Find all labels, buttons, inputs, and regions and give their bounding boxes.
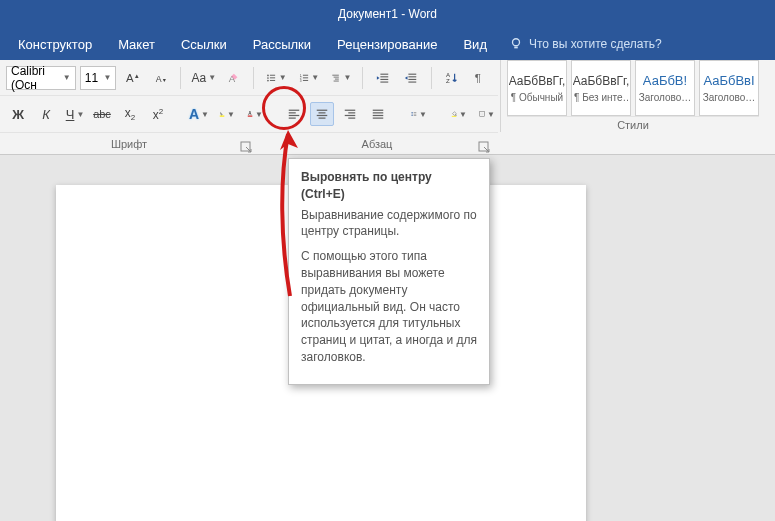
svg-rect-56: [452, 116, 457, 117]
style-heading1[interactable]: АаБбВ!Заголово…: [635, 60, 695, 116]
svg-point-6: [267, 74, 269, 76]
font-size-combo[interactable]: 11▼: [80, 66, 117, 90]
align-left-button[interactable]: [282, 102, 306, 126]
chevron-down-icon: ▼: [201, 110, 209, 119]
superscript-button[interactable]: x2: [146, 102, 170, 126]
borders-icon: [479, 106, 485, 122]
group-styles-label: Стили: [617, 119, 649, 131]
line-spacing-button[interactable]: ▼: [406, 102, 430, 126]
svg-rect-50: [373, 115, 384, 116]
underline-button[interactable]: Ч▼: [62, 102, 86, 126]
separator: [362, 67, 363, 89]
style-heading2[interactable]: АаБбВвІЗаголово…: [699, 60, 759, 116]
align-center-icon: [315, 106, 329, 122]
dialog-launcher-icon: [240, 141, 254, 155]
svg-rect-45: [348, 112, 355, 113]
style-preview: АаБбВ!: [643, 73, 687, 88]
svg-point-0: [512, 39, 519, 46]
text-effects-button[interactable]: A▼: [186, 102, 210, 126]
svg-rect-51: [373, 118, 384, 119]
clear-formatting-button[interactable]: A: [221, 66, 245, 90]
svg-rect-43: [319, 118, 326, 119]
svg-rect-20: [335, 78, 339, 79]
dialog-launcher-paragraph[interactable]: [478, 141, 492, 155]
highlight-button[interactable]: ▼: [214, 102, 238, 126]
chevron-down-icon: ▼: [343, 73, 351, 82]
font-color-button[interactable]: A▼: [242, 102, 266, 126]
tab-retsenzirovanie[interactable]: Рецензирование: [325, 31, 449, 58]
dialog-launcher-font[interactable]: [240, 141, 254, 155]
svg-text:A: A: [248, 111, 252, 116]
svg-text:▲: ▲: [134, 72, 139, 79]
chevron-down-icon: ▼: [63, 73, 71, 82]
align-center-button[interactable]: [310, 102, 334, 126]
svg-rect-39: [289, 118, 296, 119]
style-name: Заголово…: [638, 92, 692, 103]
decrease-indent-button[interactable]: [371, 66, 395, 90]
subscript-button[interactable]: x2: [118, 102, 142, 126]
style-name: ¶ Без инте…: [574, 92, 628, 103]
bold-button[interactable]: Ж: [6, 102, 30, 126]
tab-maket[interactable]: Макет: [106, 31, 167, 58]
shrink-font-button[interactable]: A▼: [148, 66, 172, 90]
indent-icon: [404, 70, 418, 86]
svg-rect-27: [409, 76, 417, 77]
lightbulb-icon: [509, 37, 523, 51]
chevron-down-icon: ▼: [76, 110, 84, 119]
font-name-combo[interactable]: Calibri (Осн▼: [6, 66, 76, 90]
chevron-down-icon: ▼: [487, 110, 495, 119]
chevron-down-icon: ▼: [419, 110, 427, 119]
svg-rect-9: [270, 77, 275, 78]
show-marks-button[interactable]: ¶: [468, 66, 492, 90]
font-size-value: 11: [85, 71, 98, 85]
svg-point-10: [267, 79, 269, 81]
align-right-button[interactable]: [338, 102, 362, 126]
svg-rect-13: [303, 74, 308, 75]
numbering-button[interactable]: 123▼: [294, 66, 322, 90]
svg-point-55: [455, 115, 456, 116]
grow-font-button[interactable]: A▲: [120, 66, 144, 90]
ribbon: Calibri (Осн▼ 11▼ A▲ A▼ Aa▼ A ▼ 123▼ ▼ A…: [0, 60, 775, 155]
change-case-button[interactable]: Aa▼: [189, 66, 216, 90]
svg-rect-47: [348, 118, 355, 119]
tab-rassylki[interactable]: Рассылки: [241, 31, 323, 58]
superscript-label: x2: [153, 107, 163, 122]
style-preview: АаБбВвГг,: [573, 74, 630, 88]
borders-button[interactable]: ▼: [474, 102, 498, 126]
shading-button[interactable]: ▼: [446, 102, 470, 126]
svg-rect-38: [289, 115, 300, 116]
strike-button[interactable]: abc: [90, 102, 114, 126]
change-case-label: Aa: [192, 71, 207, 85]
svg-rect-28: [409, 78, 417, 79]
svg-rect-46: [345, 115, 356, 116]
justify-button[interactable]: [366, 102, 390, 126]
increase-indent-button[interactable]: [399, 66, 423, 90]
italic-button[interactable]: К: [34, 102, 58, 126]
group-font: Шрифт: [0, 138, 258, 150]
tab-ssylki[interactable]: Ссылки: [169, 31, 239, 58]
sort-icon: AZ: [445, 70, 459, 86]
svg-rect-49: [373, 112, 384, 113]
tab-vid[interactable]: Вид: [451, 31, 499, 58]
underline-label: Ч: [66, 107, 75, 122]
chevron-down-icon: ▼: [208, 73, 216, 82]
svg-rect-37: [289, 112, 296, 113]
style-normal[interactable]: АаБбВвГг,¶ Обычный: [507, 60, 567, 116]
align-left-icon: [287, 106, 301, 122]
multilevel-list-button[interactable]: ▼: [326, 66, 354, 90]
svg-rect-35: [248, 116, 253, 117]
bullets-button[interactable]: ▼: [261, 66, 289, 90]
font-color-icon: A: [247, 106, 253, 122]
svg-point-8: [267, 77, 269, 79]
svg-rect-36: [289, 110, 300, 111]
line-spacing-icon: [411, 106, 417, 122]
group-paragraph: Абзац: [258, 138, 496, 150]
tell-me[interactable]: Что вы хотите сделать?: [509, 37, 662, 51]
font-name-value: Calibri (Осн: [11, 64, 63, 92]
ribbon-row-2: Ж К Ч▼ abc x2 x2 A▼ ▼ A▼ ▼ ▼ ▼: [0, 96, 498, 132]
separator: [253, 67, 254, 89]
outdent-icon: [376, 70, 390, 86]
tab-konstruktor[interactable]: Конструктор: [6, 31, 104, 58]
style-no-spacing[interactable]: АаБбВвГг,¶ Без инте…: [571, 60, 631, 116]
sort-button[interactable]: AZ: [440, 66, 464, 90]
